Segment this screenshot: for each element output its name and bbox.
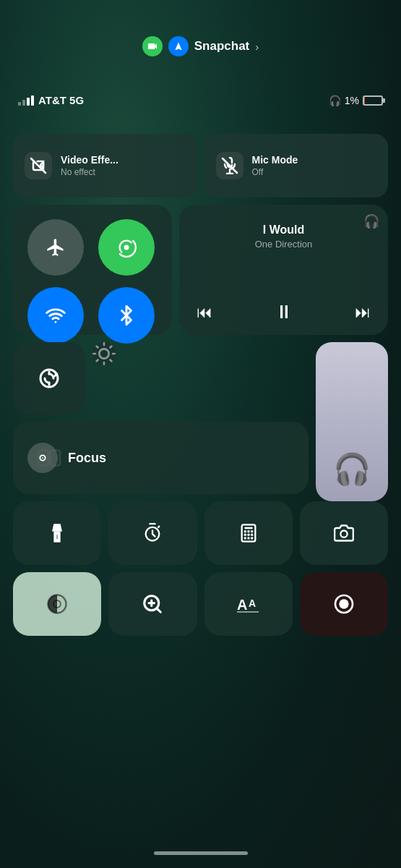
pause-button[interactable]: ⏸ xyxy=(275,301,293,323)
focus-tile[interactable]: Focus xyxy=(13,422,309,494)
video-effects-icon xyxy=(25,152,52,179)
connectivity-tile[interactable] xyxy=(13,205,172,335)
mic-mode-subtitle: Off xyxy=(252,167,298,177)
calculator-tile[interactable] xyxy=(204,501,293,565)
svg-text:A: A xyxy=(249,597,256,609)
flashlight-tile[interactable] xyxy=(13,501,101,565)
wifi-button[interactable] xyxy=(27,287,84,344)
screen-record-tile[interactable] xyxy=(300,572,388,636)
music-controls: ⏮ ⏸ ⏭ xyxy=(191,301,376,323)
magnifier-tile[interactable] xyxy=(108,572,197,636)
airpods-tile[interactable]: 🎧 xyxy=(316,342,388,501)
airplane-mode-button[interactable] xyxy=(27,219,84,276)
battery-section: 🎧 1% xyxy=(329,95,383,106)
svg-line-15 xyxy=(97,359,98,361)
svg-line-12 xyxy=(110,359,111,361)
battery-icon xyxy=(363,95,383,106)
notification-chevron: › xyxy=(255,41,259,53)
row-bottom: A A xyxy=(13,572,388,636)
timer-tile[interactable] xyxy=(108,501,197,565)
previous-button[interactable]: ⏮ xyxy=(197,303,212,322)
svg-point-17 xyxy=(42,457,43,459)
brightness-tile[interactable] xyxy=(92,342,116,365)
dark-mode-tile[interactable] xyxy=(13,572,101,636)
video-effects-title: Video Effe... xyxy=(61,154,118,166)
song-artist: One Direction xyxy=(191,239,376,250)
signal-icon xyxy=(18,95,34,106)
focus-label: Focus xyxy=(68,451,106,466)
row-utilities xyxy=(13,501,388,565)
mic-mode-title: Mic Mode xyxy=(252,154,298,166)
carrier-info: AT&T 5G xyxy=(18,94,84,106)
airpods-indicator-icon: 🎧 xyxy=(363,213,379,229)
mic-mode-icon xyxy=(216,152,243,179)
text-size-tile[interactable]: A A xyxy=(204,572,293,636)
svg-point-4 xyxy=(124,245,129,250)
notification-bar: Snapchat › xyxy=(0,36,401,56)
mic-mode-tile[interactable]: Mic Mode Off xyxy=(204,134,389,197)
svg-point-32 xyxy=(340,531,347,537)
next-button[interactable]: ⏭ xyxy=(355,303,371,322)
rotation-lock-tile[interactable] xyxy=(13,342,85,414)
camera-tile[interactable] xyxy=(300,501,388,565)
row-video-mic: Video Effe... No effect Mic Mode Off xyxy=(13,134,388,197)
svg-line-16 xyxy=(110,346,111,348)
location-notif-icon xyxy=(168,36,189,56)
svg-rect-41 xyxy=(237,611,259,613)
cellular-button[interactable] xyxy=(98,219,155,276)
video-notif-icon xyxy=(142,36,163,56)
row-connectivity-music: 🎧 I Would One Direction ⏮ ⏸ ⏭ xyxy=(13,205,388,335)
svg-line-11 xyxy=(97,346,98,348)
svg-point-43 xyxy=(339,599,348,608)
bluetooth-button[interactable] xyxy=(98,287,155,344)
svg-line-36 xyxy=(157,608,160,612)
video-effects-subtitle: No effect xyxy=(61,167,118,177)
song-title: I Would xyxy=(191,224,376,237)
notification-app-name: Snapchat xyxy=(194,39,250,54)
video-effects-tile[interactable]: Video Effe... No effect xyxy=(13,134,197,197)
control-center: Video Effe... No effect Mic Mode Off xyxy=(13,134,388,643)
home-indicator[interactable] xyxy=(154,851,248,855)
music-tile[interactable]: 🎧 I Would One Direction ⏮ ⏸ ⏭ xyxy=(179,205,388,335)
svg-point-8 xyxy=(99,349,108,358)
airpods-large-icon: 🎧 xyxy=(333,451,371,487)
headphone-icon: 🎧 xyxy=(329,95,341,106)
focus-icon xyxy=(27,443,58,473)
svg-text:A: A xyxy=(237,597,247,613)
status-bar: AT&T 5G 🎧 1% xyxy=(18,94,383,106)
